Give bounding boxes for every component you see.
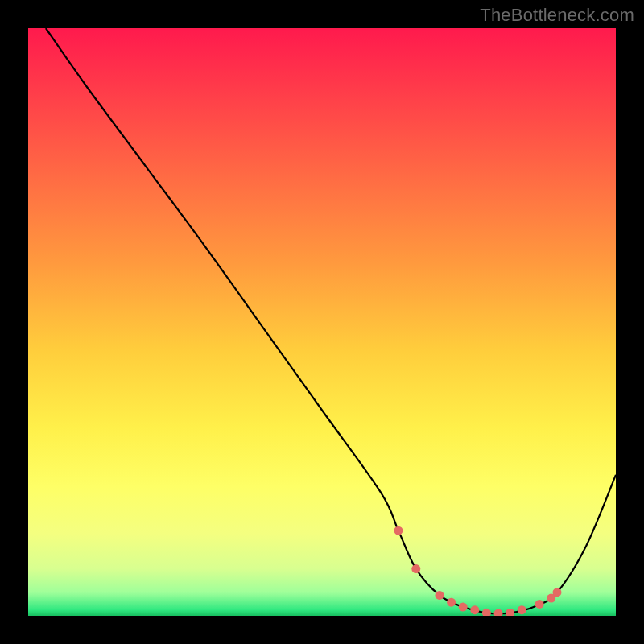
watermark-text: TheBottleneck.com: [480, 5, 634, 26]
marker-dot: [506, 609, 514, 616]
marker-dot: [482, 609, 491, 616]
bottleneck-curve-path: [46, 28, 616, 613]
marker-dot: [470, 605, 479, 614]
marker-dot: [411, 564, 420, 573]
plot-area: [28, 28, 616, 616]
marker-dot: [459, 603, 468, 612]
marker-dots-group: [394, 526, 561, 616]
marker-dot: [518, 605, 526, 614]
chart-frame: TheBottleneck.com: [0, 0, 644, 644]
chart-svg: [28, 28, 616, 616]
marker-dot: [553, 588, 562, 597]
marker-dot: [494, 609, 503, 616]
marker-dot: [535, 600, 544, 609]
marker-dot: [436, 591, 444, 600]
marker-dot: [447, 598, 456, 607]
marker-dot: [394, 526, 402, 535]
